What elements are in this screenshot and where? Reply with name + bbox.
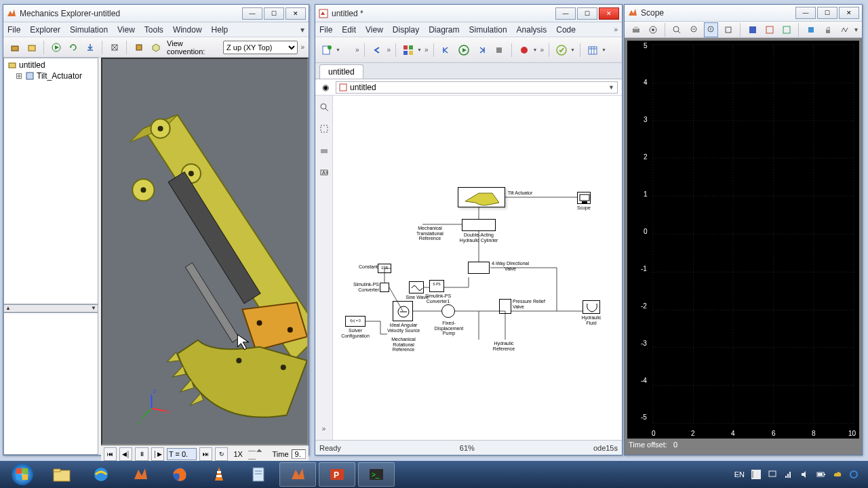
minimize-button[interactable]: —: [795, 7, 816, 19]
menu-window[interactable]: Window: [173, 25, 202, 35]
menu-diagram[interactable]: Diagram: [429, 25, 459, 35]
run-icon[interactable]: [456, 43, 471, 58]
float-icon[interactable]: [804, 22, 818, 37]
menu-simulation[interactable]: Simulation: [469, 25, 507, 35]
dropdown-icon[interactable]: ▼: [570, 47, 575, 52]
volume-icon[interactable]: [800, 470, 810, 479]
menu-view[interactable]: View: [117, 25, 135, 35]
new-model-icon[interactable]: [319, 43, 334, 58]
properties-pane[interactable]: [3, 312, 98, 455]
layers-icon[interactable]: [317, 143, 332, 158]
view-convention-select[interactable]: Z up (XY Top): [223, 41, 298, 54]
step-back-button[interactable]: ◀│: [119, 447, 132, 461]
print-icon[interactable]: [629, 22, 643, 37]
params-icon[interactable]: [646, 22, 660, 37]
schedule-icon[interactable]: [585, 43, 600, 58]
lang-indicator[interactable]: EN: [734, 470, 745, 479]
task-notepad[interactable]: [240, 462, 277, 487]
menu-view[interactable]: View: [366, 25, 383, 35]
check-icon[interactable]: [554, 43, 569, 58]
minimize-button[interactable]: —: [242, 7, 262, 20]
3d-viewport[interactable]: x y z: [101, 58, 309, 445]
close-button[interactable]: ✕: [599, 7, 619, 20]
speed-slider-icon[interactable]: —⏶—: [248, 446, 270, 462]
overflow-icon[interactable]: »: [355, 46, 359, 54]
overflow-icon[interactable]: ▾: [854, 26, 858, 33]
stop-icon[interactable]: [492, 43, 507, 58]
breadcrumb[interactable]: untitled ▼: [336, 81, 618, 94]
highlight-icon[interactable]: [779, 22, 793, 37]
step-fwd-icon[interactable]: [474, 43, 489, 58]
block-valve[interactable]: [468, 262, 490, 274]
block-ideal-src[interactable]: [393, 301, 413, 321]
goto-end-button[interactable]: ⏭: [199, 447, 212, 461]
build-icon[interactable]: [7, 40, 22, 55]
scope-plot[interactable]: 5 4 3 2 1 0 -1 -2 -3 -4 -5 0 2 4 6 8 10: [627, 41, 859, 439]
menu-overflow-icon[interactable]: ▾: [300, 25, 304, 35]
zoom-icon[interactable]: [317, 100, 332, 115]
menu-file[interactable]: File: [7, 25, 20, 35]
restore-icon[interactable]: [762, 22, 776, 37]
autoscale-icon[interactable]: [721, 22, 735, 37]
menu-code[interactable]: Code: [556, 25, 576, 35]
tree-child[interactable]: ⊞ Tilt_Actuator: [5, 70, 96, 81]
task-explorer[interactable]: [43, 462, 80, 487]
step-back-icon[interactable]: [439, 43, 454, 58]
dropdown-icon[interactable]: ▼: [608, 84, 614, 91]
block-sps-conv-2[interactable]: S PS: [429, 280, 444, 292]
maximize-button[interactable]: ☐: [577, 7, 597, 20]
block-solver[interactable]: f(x) = 0: [345, 316, 366, 327]
record-icon[interactable]: [517, 43, 532, 58]
simulink-canvas[interactable]: Tilt Actuator Scope Double-Acting Hydrau…: [333, 96, 622, 440]
overflow-icon[interactable]: »: [425, 46, 429, 54]
cloud-icon[interactable]: [833, 470, 842, 479]
signal-icon[interactable]: [837, 22, 852, 37]
maximize-button[interactable]: ☐: [817, 7, 837, 19]
task-terminal[interactable]: >_: [358, 462, 395, 487]
block-hyd-fluid[interactable]: [583, 300, 600, 314]
close-button[interactable]: ✕: [285, 7, 306, 20]
run-icon[interactable]: [49, 40, 63, 55]
battery-icon[interactable]: [816, 470, 826, 479]
zoom-in-icon[interactable]: [670, 22, 684, 37]
dropdown-icon[interactable]: ▼: [601, 47, 606, 52]
annotate-icon[interactable]: A≡: [317, 165, 332, 180]
expand-icon[interactable]: ⊞: [15, 71, 23, 81]
download-icon[interactable]: [83, 40, 97, 55]
block-constant[interactable]: 155: [378, 264, 391, 273]
fit-icon[interactable]: [317, 121, 332, 136]
splitter-handle[interactable]: ▲▼: [3, 304, 98, 312]
model-tab[interactable]: untitled: [319, 64, 363, 79]
loop-button[interactable]: ↻: [215, 447, 228, 461]
dropdown-icon[interactable]: ▼: [417, 47, 422, 52]
close-button[interactable]: ✕: [839, 7, 859, 19]
frame-icon[interactable]: [107, 40, 121, 55]
back-icon[interactable]: [370, 43, 384, 58]
save-icon[interactable]: [745, 22, 760, 37]
toolbar-overflow-icon[interactable]: »: [300, 43, 304, 51]
menu-overflow-icon[interactable]: »: [614, 26, 618, 33]
block-cylinder[interactable]: [462, 219, 496, 231]
pause-button[interactable]: ⏸: [135, 447, 148, 461]
model-tree[interactable]: untitled ⊞ Tilt_Actuator: [3, 58, 98, 304]
view-icon[interactable]: [149, 40, 163, 55]
menu-analysis[interactable]: Analysis: [517, 25, 547, 35]
open-icon[interactable]: [24, 40, 39, 55]
nav-up-icon[interactable]: ◉: [319, 81, 332, 94]
zoom-x-icon[interactable]: [687, 22, 701, 37]
task-firefox[interactable]: [161, 462, 198, 487]
task-vlc[interactable]: [201, 462, 237, 487]
block-tilt-actuator[interactable]: [458, 187, 505, 207]
task-powerpoint[interactable]: P: [319, 462, 355, 487]
action-center-icon[interactable]: [768, 470, 777, 479]
menu-display[interactable]: Display: [393, 25, 419, 35]
menu-help[interactable]: Help: [212, 25, 229, 35]
block-sps-conv-1[interactable]: [380, 283, 389, 292]
dropdown-icon[interactable]: ▼: [533, 47, 538, 52]
expand-icon[interactable]: »: [317, 421, 332, 436]
minimize-button[interactable]: —: [555, 7, 576, 20]
zoom-y-icon[interactable]: [704, 22, 718, 37]
update-icon[interactable]: [66, 40, 80, 55]
wifi-icon[interactable]: [784, 470, 793, 479]
time-slider-pos[interactable]: [167, 448, 197, 460]
